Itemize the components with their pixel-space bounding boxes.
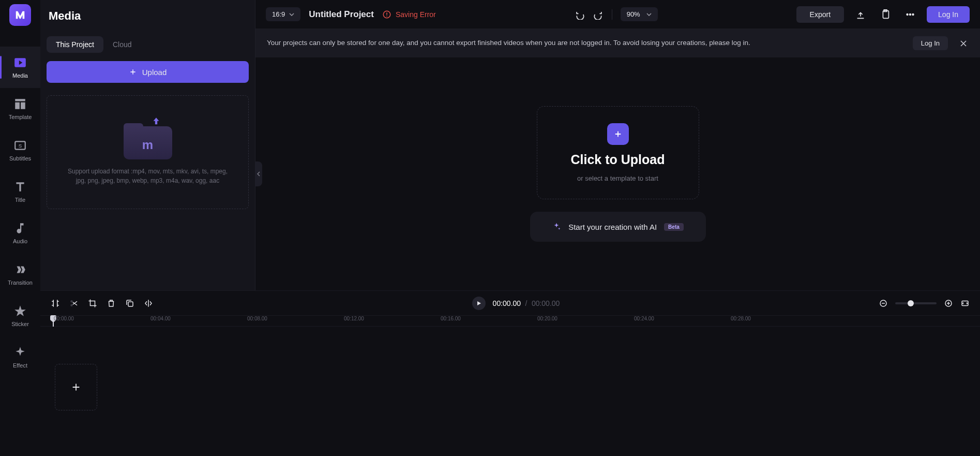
timeline-tracks[interactable]: [40, 327, 980, 456]
sidebar-item-label: Subtitles: [9, 155, 31, 161]
total-time: 00:00.00: [532, 299, 560, 307]
upload-button-label: Upload: [142, 68, 167, 77]
svg-point-6: [912, 13, 914, 15]
click-to-upload-card[interactable]: Click to Upload or select a template to …: [537, 106, 699, 199]
tab-cloud[interactable]: Cloud: [103, 36, 141, 53]
ruler-tick: 00:16.00: [441, 316, 461, 321]
app-logo[interactable]: [9, 4, 31, 26]
tab-this-project[interactable]: This Project: [47, 36, 103, 53]
svg-rect-9: [128, 302, 133, 306]
export-button[interactable]: Export: [796, 6, 844, 23]
saving-status-text: Saving Error: [396, 10, 436, 19]
ruler-tick: 00:20.00: [537, 316, 557, 321]
divider: [612, 9, 612, 20]
error-icon: [382, 10, 391, 19]
notice-login-button[interactable]: Log In: [913, 36, 948, 50]
project-name[interactable]: Untitled Project: [309, 9, 374, 20]
ruler-tick: 00:28.00: [731, 316, 751, 321]
sidebar-item-label: Effect: [13, 362, 27, 369]
ruler-tick: 00:04.00: [150, 316, 171, 321]
sidebar-item-label: Sticker: [11, 321, 29, 327]
plus-icon: [607, 123, 629, 145]
aspect-ratio-value: 16:9: [272, 10, 285, 18]
sidebar-item-effect[interactable]: Effect: [0, 336, 40, 378]
chevron-down-icon: [646, 13, 652, 16]
sidebar-item-label: Audio: [13, 238, 27, 244]
clipboard-button[interactable]: [877, 6, 894, 23]
login-button[interactable]: Log In: [927, 6, 970, 23]
ai-card-text: Start your creation with AI: [568, 223, 657, 231]
copy-button[interactable]: [125, 299, 134, 308]
preview-zoom-select[interactable]: 90%: [621, 7, 658, 21]
folder-upload-icon: m: [124, 119, 172, 159]
panel-collapse-handle[interactable]: [255, 161, 262, 186]
svg-point-4: [907, 13, 908, 15]
delete-button[interactable]: [107, 299, 116, 308]
sparkle-icon: [552, 222, 561, 231]
ruler-tick: 00:00.00: [54, 316, 74, 321]
fit-timeline-button[interactable]: [960, 299, 970, 308]
mirror-button[interactable]: [144, 299, 153, 308]
sidebar-item-template[interactable]: Template: [0, 88, 40, 129]
current-time: 00:00.00: [493, 299, 521, 307]
redo-button[interactable]: [593, 9, 604, 20]
zoom-out-button[interactable]: [879, 299, 888, 308]
play-button[interactable]: [472, 297, 486, 310]
ruler-tick: 00:08.00: [247, 316, 267, 321]
sidebar-item-label: Media: [12, 72, 28, 79]
sidebar-item-label: Transition: [8, 280, 33, 286]
beta-badge: Beta: [664, 223, 684, 231]
ruler-tick: 00:12.00: [344, 316, 364, 321]
upload-card-subtitle: or select a template to start: [577, 174, 658, 182]
saving-status: Saving Error: [382, 10, 436, 19]
close-icon[interactable]: [958, 38, 969, 49]
sidebar-item-audio[interactable]: Audio: [0, 212, 40, 254]
svg-point-5: [910, 13, 911, 15]
split-clip-button[interactable]: [51, 299, 60, 308]
undo-button[interactable]: [575, 9, 585, 20]
chevron-down-icon: [289, 13, 294, 16]
slider-thumb[interactable]: [908, 300, 914, 306]
more-menu-button[interactable]: [902, 6, 918, 23]
sidebar-item-title[interactable]: Title: [0, 171, 40, 212]
crop-button[interactable]: [88, 299, 97, 308]
plus-icon: [129, 68, 137, 76]
ai-creation-card[interactable]: Start your creation with AI Beta: [530, 212, 706, 242]
svg-point-7: [70, 300, 73, 303]
plus-icon: [70, 381, 82, 393]
sidebar-item-media[interactable]: Media: [0, 47, 40, 88]
upload-cloud-button[interactable]: [852, 6, 869, 23]
upload-button[interactable]: Upload: [47, 61, 249, 83]
add-clip-button[interactable]: [55, 364, 97, 410]
sidebar-item-sticker[interactable]: Sticker: [0, 295, 40, 336]
sidebar-item-transition[interactable]: Transition: [0, 254, 40, 295]
ruler-tick: 00:24.00: [634, 316, 654, 321]
sidebar-item-label: Template: [9, 114, 32, 120]
upload-card-title: Click to Upload: [571, 152, 665, 167]
zoom-in-button[interactable]: [944, 299, 953, 308]
svg-point-8: [70, 304, 73, 306]
login-notice-bar: Your projects can only be stored for one…: [255, 29, 980, 57]
timeline-zoom-slider[interactable]: [895, 302, 937, 304]
time-separator: /: [525, 299, 527, 307]
timeline-ruler[interactable]: 00:00.0000:04.0000:08.0000:12.0000:16.00…: [40, 315, 980, 327]
chevron-left-icon: [257, 171, 260, 176]
sidebar-item-label: Title: [15, 197, 25, 203]
svg-text:S: S: [19, 143, 22, 149]
cut-button[interactable]: [69, 299, 79, 308]
supported-formats-text: Support upload format :mp4, mov, mts, mk…: [57, 167, 238, 185]
sidebar-item-subtitles[interactable]: S Subtitles: [0, 129, 40, 171]
time-display: 00:00.00 / 00:00.00: [493, 299, 560, 307]
play-icon: [476, 301, 481, 306]
upload-dropzone[interactable]: m Support upload format :mp4, mov, mts, …: [47, 95, 249, 209]
media-panel-title: Media: [49, 9, 247, 23]
aspect-ratio-select[interactable]: 16:9: [266, 7, 300, 21]
zoom-value: 90%: [627, 10, 640, 18]
notice-text: Your projects can only be stored for one…: [267, 38, 902, 48]
